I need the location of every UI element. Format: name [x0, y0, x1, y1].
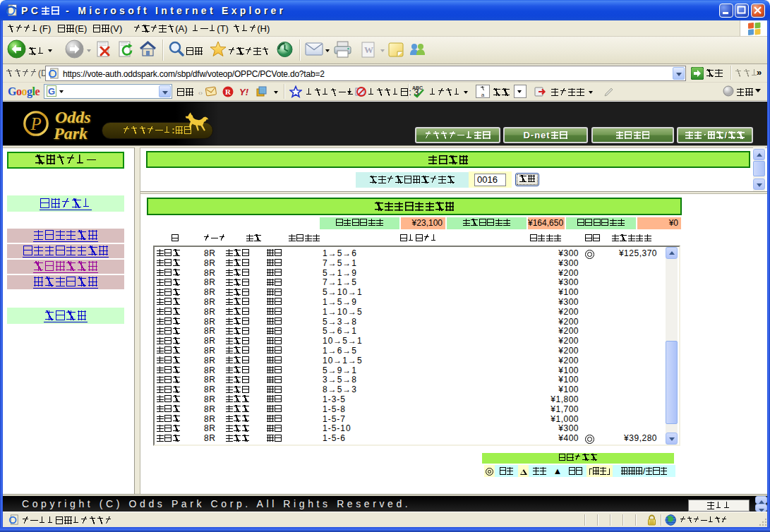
svg-text:R: R — [225, 87, 231, 96]
svg-text:W: W — [364, 44, 373, 55]
svg-text:ABC: ABC — [412, 85, 423, 90]
svg-text:Y!: Y! — [239, 87, 249, 97]
svg-text:P: P — [30, 114, 41, 133]
